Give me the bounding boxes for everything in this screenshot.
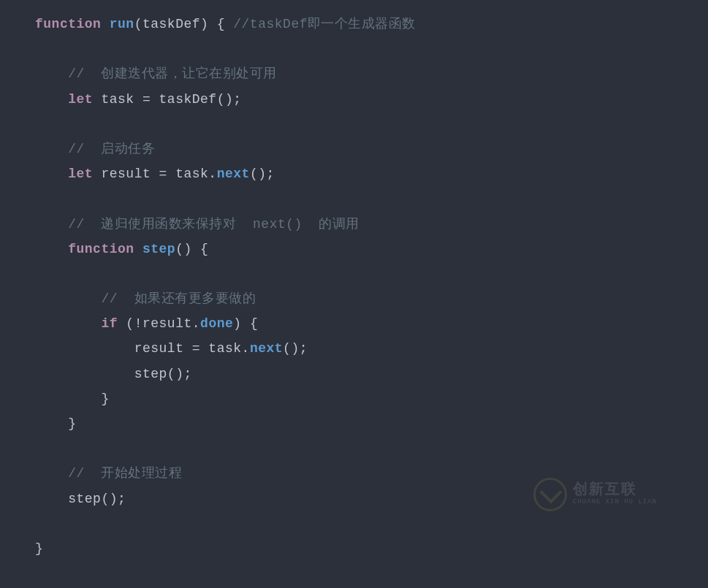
identifier: result [93,167,159,181]
brace-open: { [192,242,209,256]
keyword-let: let [68,92,93,107]
lhs: result [134,341,192,356]
paren: (); [167,367,192,381]
comment: // 开始处理过程 [68,466,182,481]
code-block: function run(taskDef) { //taskDef即一个生成器函… [0,0,708,561]
comment: // 创建迭代器，让它在别处可用 [68,66,277,81]
obj: task. [200,341,250,356]
identifier: task [93,92,142,107]
call: taskDef [151,92,216,107]
fn-step-call: step [134,367,167,381]
prop-done: done [200,316,233,331]
keyword-if: if [101,316,118,331]
paren-open: ( [118,316,134,331]
paren: (); [217,92,242,107]
brace-close: } [68,416,76,431]
keyword-function: function [35,17,101,31]
paren: (); [283,341,308,356]
comment: // 递归使用函数来保持对 next() 的调用 [68,217,359,232]
op-not: ! [134,316,142,331]
obj: task. [167,167,217,181]
comment: // 启动任务 [68,142,155,156]
fn-run: run [110,17,134,31]
comment: //taskDef即一个生成器函数 [225,17,416,31]
params: (taskDef) [134,17,209,31]
op-eq: = [142,92,151,107]
op-eq: = [159,167,167,181]
op-eq: = [192,341,200,356]
brace-open: { [208,17,225,31]
fn-step: step [134,242,176,256]
fn-next: next [250,341,283,356]
paren: (); [101,492,126,506]
keyword-let: let [68,167,93,181]
fn-next: next [217,167,250,181]
fn-step-call: step [68,492,101,506]
keyword-function: function [68,242,134,256]
brace-open: { [242,316,259,331]
paren: (); [250,167,275,181]
comment: // 如果还有更多要做的 [101,291,256,306]
brace-close: } [35,541,43,556]
obj: result. [142,316,200,331]
brace-close: } [101,392,109,406]
paren-close: ) [233,316,241,331]
paren: () [175,242,192,256]
